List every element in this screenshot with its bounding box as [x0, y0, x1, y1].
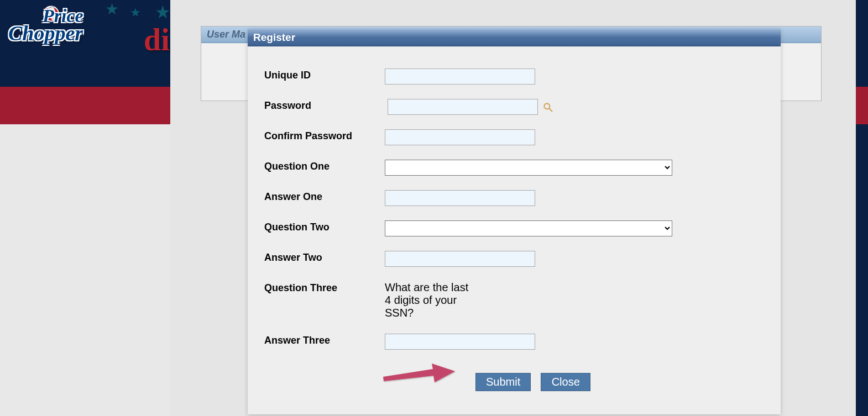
form-row-password: Password	[264, 99, 764, 115]
close-button[interactable]: Close	[541, 373, 590, 391]
question-two-label: Question Two	[264, 220, 385, 233]
unique-id-label: Unique ID	[264, 69, 385, 81]
form-row-answer-one: Answer One	[264, 190, 764, 206]
form-row-question-two: Question Two	[264, 220, 764, 236]
register-modal: Register Unique ID Password Confirm Pass…	[248, 29, 781, 414]
logo-area: ★ ★ ★ Price Chopper di	[8, 3, 163, 58]
brand-logo: Price Chopper	[8, 8, 83, 42]
logo-text-partial: di	[144, 22, 170, 57]
modal-body: Unique ID Password Confirm Password	[248, 46, 781, 408]
answer-one-label: Answer One	[264, 190, 385, 203]
form-row-answer-two: Answer Two	[264, 251, 764, 267]
confirm-password-label: Confirm Password	[264, 129, 385, 142]
submit-button[interactable]: Submit	[475, 373, 531, 391]
form-row-question-one: Question One	[264, 160, 764, 176]
form-row-unique-id: Unique ID	[264, 69, 764, 85]
modal-title: Register	[248, 29, 781, 46]
answer-one-input[interactable]	[385, 190, 535, 206]
answer-three-label: Answer Three	[264, 334, 385, 346]
question-two-select[interactable]	[385, 220, 672, 236]
question-three-label: Question Three	[264, 281, 385, 294]
magnify-icon[interactable]	[542, 102, 553, 113]
star-icon: ★	[130, 6, 141, 20]
answer-three-input[interactable]	[385, 334, 535, 350]
answer-two-label: Answer Two	[264, 251, 385, 264]
star-icon: ★	[155, 2, 171, 23]
svg-line-3	[550, 108, 552, 111]
question-one-label: Question One	[264, 160, 385, 172]
password-label: Password	[264, 99, 385, 112]
right-edge-bg	[856, 0, 868, 416]
unique-id-input[interactable]	[385, 69, 535, 85]
answer-two-input[interactable]	[385, 251, 535, 267]
right-edge-red	[856, 87, 868, 124]
logo-text-price: Price	[43, 8, 117, 24]
confirm-password-input[interactable]	[385, 129, 535, 145]
button-row: Submit Close	[475, 373, 764, 391]
question-three-text: What are the last 4 digits of your SSN?	[385, 281, 473, 319]
form-row-answer-three: Answer Three	[264, 334, 764, 350]
question-one-select[interactable]	[385, 160, 672, 176]
password-input[interactable]	[388, 99, 538, 115]
form-row-question-three: Question Three What are the last 4 digit…	[264, 281, 764, 319]
form-row-confirm-password: Confirm Password	[264, 129, 764, 145]
